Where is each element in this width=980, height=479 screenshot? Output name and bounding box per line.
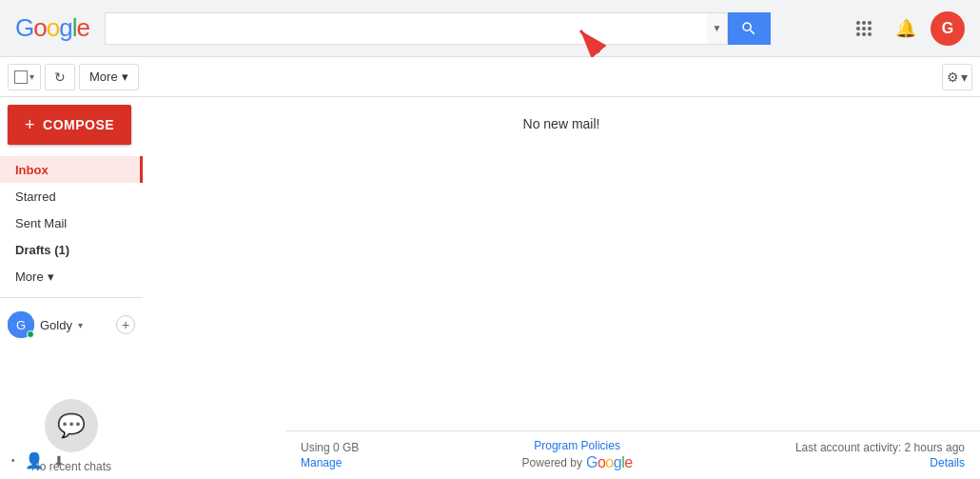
powered-by-label: Powered by	[522, 456, 582, 469]
person-icon: 👤	[25, 451, 44, 469]
sidebar-item-inbox[interactable]: Inbox	[0, 156, 143, 183]
compose-plus-icon: +	[25, 116, 35, 133]
drafts-label: Drafts (1)	[15, 243, 69, 257]
account-avatar-button[interactable]: G	[931, 11, 965, 46]
select-all-checkbox[interactable]: ▾	[8, 64, 41, 90]
topbar-right: 🔔 G	[847, 11, 965, 46]
footer: Using 0 GB Manage Program Policies Power…	[285, 430, 980, 479]
footer-center: Program Policies Powered by Google	[522, 439, 633, 471]
search-icon	[740, 20, 757, 37]
starred-label: Starred	[15, 190, 56, 204]
more-caret-icon: ▾	[122, 70, 128, 84]
apps-grid-icon	[856, 21, 872, 36]
logo-g: g	[59, 13, 71, 43]
logo-o2: o	[47, 13, 59, 43]
more-nav-caret-icon: ▾	[48, 269, 54, 284]
chat-bubble-glyph: 💬	[57, 412, 86, 439]
powered-by: Powered by Google	[522, 454, 633, 471]
download-icon: ⬇	[53, 453, 65, 469]
storage-label: Using 0 GB	[301, 441, 359, 454]
compose-label: COMPOSE	[43, 117, 114, 132]
account-caret-icon: ▾	[78, 320, 83, 330]
details-link[interactable]: Details	[930, 456, 965, 469]
sidebar-item-sent[interactable]: Sent Mail	[0, 210, 143, 236]
logo-G: G	[15, 13, 33, 43]
toolbar: ▾ ↻ More ▾ ⚙ ▾	[0, 57, 980, 97]
sidebar: + COMPOSE Inbox Starred Sent Mail Drafts…	[0, 97, 143, 479]
topbar: Google ▼ 🔔 G	[0, 0, 980, 57]
logo-o1: o	[33, 13, 46, 43]
bell-icon: 🔔	[895, 18, 916, 39]
sent-label: Sent Mail	[15, 216, 67, 230]
search-button[interactable]	[728, 12, 771, 45]
compose-button[interactable]: + COMPOSE	[8, 105, 131, 145]
account-section[interactable]: G Goldy ▾ +	[0, 306, 143, 344]
sidebar-item-drafts[interactable]: Drafts (1)	[0, 236, 143, 263]
account-name: Goldy	[40, 318, 72, 332]
checkbox-box	[14, 70, 28, 84]
svg-text:G: G	[16, 318, 26, 332]
no-mail-message: No new mail!	[143, 97, 980, 150]
sidebar-divider	[0, 297, 143, 298]
search-input[interactable]	[105, 12, 707, 45]
notifications-button[interactable]: 🔔	[889, 11, 923, 46]
chevron-down-icon: ▼	[712, 23, 721, 33]
more-button[interactable]: More ▾	[79, 64, 139, 90]
program-policies-link[interactable]: Program Policies	[534, 439, 620, 452]
gear-icon: ⚙	[947, 70, 959, 85]
refresh-icon: ↻	[54, 70, 66, 85]
select-dropdown-icon: ▾	[29, 71, 34, 82]
sidebar-item-starred[interactable]: Starred	[0, 183, 143, 210]
last-activity-label: Last account activity: 2 hours ago	[795, 441, 965, 454]
google-logo[interactable]: Google	[15, 13, 89, 43]
settings-caret-icon: ▾	[961, 70, 968, 85]
avatar-initial: G	[942, 20, 953, 37]
refresh-button[interactable]: ↻	[45, 64, 75, 90]
account-avatar: G	[8, 311, 34, 338]
logo-e: e	[76, 13, 88, 43]
settings-button[interactable]: ⚙ ▾	[942, 64, 972, 90]
toolbar-left: ▾ ↻ More ▾	[8, 64, 139, 90]
inbox-label: Inbox	[15, 163, 49, 177]
search-container: ▼	[105, 12, 771, 45]
content-area: No new mail! Using 0 GB Manage Program P…	[143, 97, 980, 479]
footer-right: Last account activity: 2 hours ago Detai…	[795, 441, 965, 469]
no-chats-icon: 💬	[45, 399, 98, 452]
apps-button[interactable]	[847, 11, 881, 46]
add-account-button[interactable]: +	[116, 315, 135, 334]
bullet-icon: •	[11, 455, 15, 466]
sidebar-item-more[interactable]: More ▾	[0, 263, 143, 289]
manage-link[interactable]: Manage	[301, 456, 359, 469]
toolbar-right: ⚙ ▾	[942, 64, 972, 90]
search-dropdown-button[interactable]: ▼	[707, 12, 728, 45]
footer-left: Using 0 GB Manage	[301, 441, 359, 469]
main-layout: + COMPOSE Inbox Starred Sent Mail Drafts…	[0, 97, 980, 479]
more-label: More	[89, 70, 118, 84]
more-nav-label: More	[15, 269, 44, 284]
online-status-dot	[27, 330, 34, 338]
google-logo-footer: Google	[586, 454, 633, 471]
